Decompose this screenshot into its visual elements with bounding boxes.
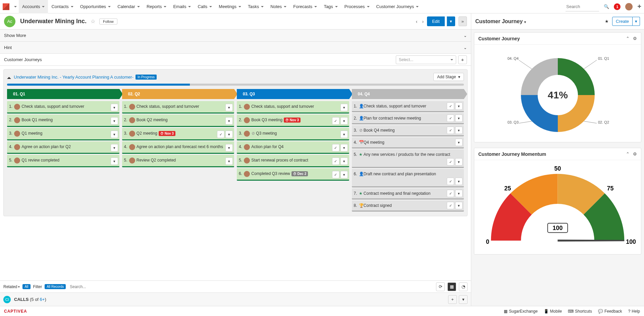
create-dropdown[interactable]: ▾	[633, 17, 640, 26]
nav-item-tags[interactable]: Tags	[320, 0, 341, 13]
all-records-pill[interactable]: All Records	[45, 284, 66, 289]
task-item[interactable]: 5. Start renewal proces of contract✓▾	[237, 155, 349, 167]
footer-link-sugarexchange[interactable]: ▦ SugarExchange	[504, 309, 537, 314]
add-stage-button[interactable]: Add Stage ▾	[433, 73, 464, 81]
related-search-input[interactable]	[68, 283, 433, 290]
task-menu-icon[interactable]: ▾	[455, 158, 463, 166]
task-item[interactable]: 1. Check status, support and turnover▾	[7, 101, 119, 114]
collapse-icon[interactable]: ⌃	[626, 151, 630, 156]
more-chevron[interactable]: »	[459, 16, 467, 26]
next-record-icon[interactable]: ›	[421, 17, 425, 26]
complete-check-icon[interactable]: ✓	[447, 102, 454, 110]
task-item[interactable]: 4. Action plan for Q4✓▾	[237, 141, 349, 154]
dashboard-favorite-icon[interactable]: ★	[605, 19, 609, 24]
task-menu-icon[interactable]: ▾	[111, 157, 118, 165]
task-menu-icon[interactable]: ▾	[455, 178, 463, 185]
nav-item-customer-journeys[interactable]: Customer Journeys	[373, 0, 422, 13]
task-menu-icon[interactable]: ▾	[340, 171, 348, 178]
show-more-panel[interactable]: Show More ⌄	[0, 30, 471, 42]
add-journey-button[interactable]: +	[458, 55, 467, 64]
footer-link-mobile[interactable]: 📱 Mobile	[544, 309, 562, 314]
task-menu-icon[interactable]: ▾	[225, 157, 233, 165]
stage-header[interactable]: 04. Q4	[352, 89, 464, 99]
complete-check-icon[interactable]: ✓	[332, 144, 339, 151]
nav-item-meetings[interactable]: Meetings	[215, 0, 245, 13]
nav-item-processes[interactable]: Processes	[341, 0, 373, 13]
footer-link-feedback[interactable]: 💬 Feedback	[598, 309, 622, 314]
task-menu-icon[interactable]: ▾	[340, 157, 348, 165]
task-item[interactable]: 4. 📅Q4 meeting▾	[352, 137, 464, 148]
complete-check-icon[interactable]: ✓	[332, 157, 339, 165]
stage-header[interactable]: 01. Q1	[7, 89, 119, 99]
follow-button[interactable]: Follow	[99, 18, 117, 25]
task-item[interactable]: 2. Book Q1 meeting▾	[7, 115, 119, 127]
task-menu-icon[interactable]: ▾	[455, 202, 463, 209]
calls-count-link[interactable]: 6+	[40, 297, 45, 302]
refresh-icon[interactable]: ⟳	[436, 282, 445, 291]
module-menu[interactable]	[11, 0, 19, 13]
nav-item-calendar[interactable]: Calendar	[114, 0, 143, 13]
gear-icon[interactable]: ⚙	[633, 36, 637, 41]
nav-item-forecasts[interactable]: Forecasts	[290, 0, 320, 13]
task-menu-icon[interactable]: ▾	[225, 144, 233, 151]
edit-dropdown[interactable]: ▾	[447, 16, 455, 26]
task-menu-icon[interactable]: ▾	[225, 117, 233, 125]
dashboard-title[interactable]: Customer Journey ▾	[475, 18, 526, 25]
task-item[interactable]: 7. ★Contract meeting and final negotatio…	[352, 188, 464, 199]
gear-icon[interactable]: ⚙	[633, 151, 637, 156]
nav-item-accounts[interactable]: Accounts	[19, 0, 48, 13]
collapse-icon[interactable]: ⌃	[626, 36, 630, 41]
task-menu-icon[interactable]: ▾	[111, 144, 118, 151]
task-item[interactable]: 3. ⊘Book Q4 meeting✓▾	[352, 125, 464, 136]
nav-item-notes[interactable]: Notes	[267, 0, 290, 13]
complete-check-icon[interactable]: ✓	[447, 115, 454, 122]
related-dropdown[interactable]: Related ▾	[3, 284, 20, 289]
task-menu-icon[interactable]: ▾	[340, 131, 348, 138]
task-item[interactable]: 2. Book Q3 meeting⏱ Nov 3✓▾	[237, 115, 349, 127]
create-button[interactable]: Create	[612, 17, 633, 26]
task-item[interactable]: 6. Completed Q3 review⏱ Dec 2✓▾	[237, 168, 349, 181]
user-avatar[interactable]	[625, 3, 633, 10]
task-item[interactable]: 4. Agree on action plan for Q2▾	[7, 141, 119, 154]
task-item[interactable]: 8. 🏆Contract signed✓▾	[352, 200, 464, 212]
task-menu-icon[interactable]: ▾	[455, 102, 463, 110]
task-menu-icon[interactable]: ▾	[111, 104, 118, 111]
calls-menu-button[interactable]: ▾	[459, 295, 468, 304]
nav-item-calls[interactable]: Calls	[194, 0, 215, 13]
complete-check-icon[interactable]: ✓	[447, 158, 454, 166]
task-menu-icon[interactable]: ▾	[455, 127, 463, 134]
calls-add-button[interactable]: +	[448, 295, 457, 304]
task-menu-icon[interactable]: ▾	[225, 104, 233, 111]
task-menu-icon[interactable]: ▾	[340, 104, 348, 111]
task-item[interactable]: 5. Review Q2 completed▾	[122, 155, 234, 167]
task-item[interactable]: 4. Agree on action plan and forecast nex…	[122, 141, 234, 154]
nav-item-opportunities[interactable]: Opportunities	[77, 0, 114, 13]
task-item[interactable]: 1. Check status, support and turnover▾	[237, 101, 349, 114]
collapse-journey-icon[interactable]	[7, 75, 11, 79]
task-menu-icon[interactable]: ▾	[455, 190, 463, 197]
task-menu-icon[interactable]: ▾	[111, 117, 118, 125]
footer-link-help[interactable]: ? Help	[628, 309, 640, 314]
task-item[interactable]: 3. ⊘Q3 meeting▾	[237, 128, 349, 140]
task-menu-icon[interactable]: ▾	[455, 139, 463, 146]
edit-button[interactable]: Edit	[427, 16, 444, 26]
journey-link[interactable]: Underwater Mining Inc. - Yearly Account …	[14, 75, 132, 80]
global-search-input[interactable]	[566, 2, 599, 11]
hint-panel[interactable]: Hint ⌄	[0, 42, 471, 54]
task-menu-icon[interactable]: ▾	[340, 144, 348, 151]
task-menu-icon[interactable]: ▾	[455, 115, 463, 122]
all-pill[interactable]: All	[22, 284, 30, 289]
complete-check-icon[interactable]: ✓	[447, 190, 454, 197]
clock-icon[interactable]: ◔	[459, 282, 468, 291]
task-item[interactable]: 6. 👤Draft new contract and plan presenta…	[352, 169, 464, 187]
task-item[interactable]: 5. Q1 review completed▾	[7, 155, 119, 167]
complete-check-icon[interactable]: ✓	[332, 117, 339, 125]
complete-check-icon[interactable]: ✓	[217, 131, 224, 138]
task-item[interactable]: 3. Q1 meeting▾	[7, 128, 119, 140]
task-item[interactable]: 2. Book Q2 meeting▾	[122, 115, 234, 127]
task-item[interactable]: 5. ★Any new services / products for the …	[352, 149, 464, 168]
logo-icon[interactable]	[3, 3, 9, 10]
prev-record-icon[interactable]: ‹	[415, 17, 419, 26]
favorite-icon[interactable]: ☆	[91, 18, 95, 25]
task-menu-icon[interactable]: ▾	[340, 117, 348, 125]
